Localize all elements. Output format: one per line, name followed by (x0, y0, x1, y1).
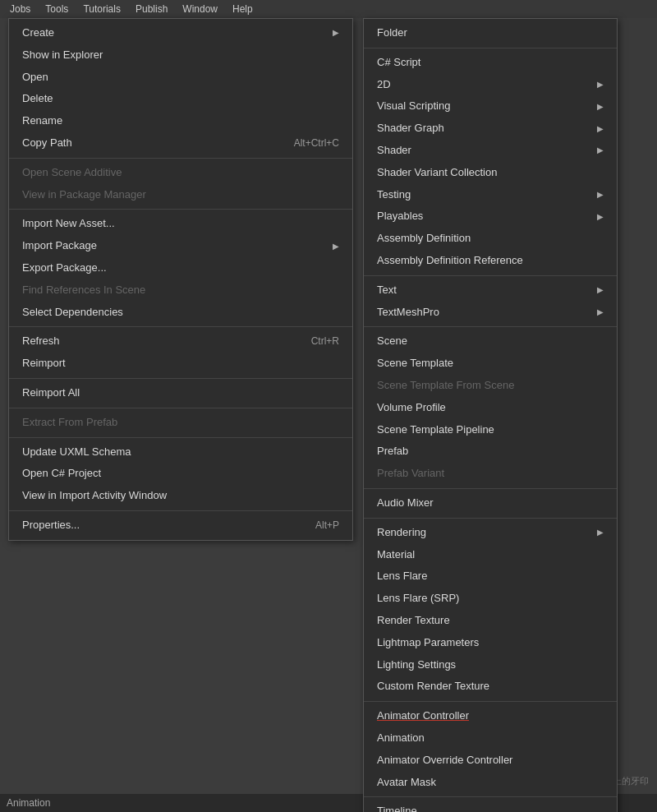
menu-item-visual-scripting-arrow: ▶ (597, 100, 604, 113)
menu-item-find-references-label: Find References In Scene (22, 282, 145, 299)
menu-item-import-new-asset[interactable]: Import New Asset... (9, 213, 352, 235)
menu-item-scene-label: Scene (377, 333, 407, 350)
menu-item-material[interactable]: Material (364, 544, 617, 566)
menu-item-text[interactable]: Text ▶ (364, 279, 617, 302)
menu-item-textmeshpro-label: TextMeshPro (377, 304, 439, 321)
menu-item-2d[interactable]: 2D ▶ (364, 74, 617, 96)
menu-item-reimport-label: Reimport (22, 355, 66, 372)
menu-item-csharp-script[interactable]: C# Script (364, 52, 617, 74)
menu-item-assembly-definition-reference[interactable]: Assembly Definition Reference (364, 250, 617, 272)
menu-item-lightmap-parameters[interactable]: Lightmap Parameters (364, 632, 617, 654)
menu-item-playables-label: Playables (377, 208, 423, 225)
menu-item-rendering[interactable]: Rendering ▶ (364, 522, 617, 544)
menu-item-avatar-mask[interactable]: Avatar Mask (364, 772, 617, 794)
menu-item-view-package-manager-label: View in Package Manager (22, 187, 146, 204)
menu-item-open-scene-additive: Open Scene Additive (9, 162, 352, 184)
menu-item-import-package-label: Import Package (22, 238, 97, 255)
separator-5 (9, 408, 352, 408)
menu-item-folder-label: Folder (377, 25, 407, 42)
menu-item-animator-override-controller[interactable]: Animator Override Controller (364, 750, 617, 772)
menu-item-show-in-explorer[interactable]: Show in Explorer (9, 44, 352, 67)
menu-item-delete[interactable]: Delete (9, 88, 352, 110)
menu-item-scene-template-pipeline[interactable]: Scene Template Pipeline (364, 419, 617, 441)
menu-item-prefab-label: Prefab (377, 443, 408, 460)
menu-item-shader-label: Shader (377, 142, 411, 159)
menu-item-scene-template-pipeline-label: Scene Template Pipeline (377, 422, 494, 439)
menu-item-properties[interactable]: Properties... Alt+P (9, 514, 352, 537)
bottom-bar-text: Animation (7, 797, 50, 809)
rsep-2 (364, 275, 617, 276)
menu-item-scene[interactable]: Scene (364, 330, 617, 353)
menu-item-custom-render-texture[interactable]: Custom Render Texture (364, 676, 617, 698)
menu-item-render-texture[interactable]: Render Texture (364, 610, 617, 632)
menu-item-reimport-all-label: Reimport All (22, 385, 80, 402)
menu-item-lens-flare[interactable]: Lens Flare (364, 565, 617, 588)
menu-item-testing[interactable]: Testing ▶ (364, 184, 617, 206)
menu-item-shader-graph[interactable]: Shader Graph ▶ (364, 118, 617, 140)
menu-item-shader[interactable]: Shader ▶ (364, 140, 617, 162)
menu-item-update-uxml-schema[interactable]: Update UXML Schema (9, 441, 352, 464)
menu-item-visual-scripting[interactable]: Visual Scripting ▶ (364, 95, 617, 118)
menubar-publish[interactable]: Publish (129, 2, 174, 16)
menu-item-reimport[interactable]: Reimport (9, 353, 352, 375)
menu-item-csharp-script-label: C# Script (377, 54, 420, 72)
menu-item-timeline[interactable]: Timeline (364, 800, 617, 812)
menu-item-export-package-label: Export Package... (22, 260, 107, 277)
menu-item-textmeshpro[interactable]: TextMeshPro ▶ (364, 302, 617, 324)
menu-item-reimport-all[interactable]: Reimport All (9, 382, 352, 404)
menu-item-scene-template-from-scene: Scene Template From Scene (364, 375, 617, 397)
menu-item-refresh[interactable]: Refresh Ctrl+R (9, 330, 352, 353)
menu-item-lens-flare-srp-label: Lens Flare (SRP) (377, 590, 459, 607)
menu-item-audio-mixer[interactable]: Audio Mixer (364, 492, 617, 514)
menu-item-refresh-shortcut: Ctrl+R (311, 334, 339, 349)
menu-item-volume-profile[interactable]: Volume Profile (364, 397, 617, 419)
menu-bar: Jobs Tools Tutorials Publish Window Help (0, 0, 657, 18)
rsep-7 (364, 796, 617, 797)
menu-item-animator-controller[interactable]: Animator Controller (364, 705, 617, 727)
menu-item-open[interactable]: Open (9, 67, 352, 89)
menu-item-textmeshpro-arrow: ▶ (597, 306, 604, 319)
menu-item-extract-from-prefab-label: Extract From Prefab (22, 414, 117, 431)
menubar-jobs[interactable]: Jobs (3, 2, 37, 16)
menu-item-export-package[interactable]: Export Package... (9, 257, 352, 279)
menu-item-prefab[interactable]: Prefab (364, 441, 617, 463)
context-menu-left: Create ▶ Show in Explorer Open Delete Re… (8, 18, 353, 541)
menu-item-select-dependencies-label: Select Dependencies (22, 304, 123, 321)
rsep-3 (364, 326, 617, 327)
menu-item-assembly-definition[interactable]: Assembly Definition (364, 228, 617, 250)
menu-item-shader-variant-collection[interactable]: Shader Variant Collection (364, 162, 617, 184)
menu-item-visual-scripting-label: Visual Scripting (377, 98, 450, 115)
menu-item-rename[interactable]: Rename (9, 110, 352, 132)
menu-item-open-scene-additive-label: Open Scene Additive (22, 164, 122, 182)
menu-item-animation[interactable]: Animation (364, 727, 617, 750)
menu-item-playables[interactable]: Playables ▶ (364, 205, 617, 228)
menu-item-open-csharp-project-label: Open C# Project (22, 465, 101, 482)
menu-item-create-label: Create (22, 25, 54, 42)
menu-item-scene-template[interactable]: Scene Template (364, 353, 617, 375)
menu-item-import-package[interactable]: Import Package ▶ (9, 235, 352, 257)
menu-item-create[interactable]: Create ▶ (9, 22, 352, 44)
menu-item-view-import-activity[interactable]: View in Import Activity Window (9, 485, 352, 507)
menubar-tools[interactable]: Tools (39, 2, 75, 16)
menu-item-folder[interactable]: Folder (364, 22, 617, 44)
menu-item-volume-profile-label: Volume Profile (377, 399, 446, 417)
rsep-1 (364, 48, 617, 48)
menu-item-lighting-settings[interactable]: Lighting Settings (364, 654, 617, 676)
menu-item-shader-graph-arrow: ▶ (597, 122, 604, 136)
menu-item-copy-path-label: Copy Path (22, 135, 72, 152)
menu-item-view-import-activity-label: View in Import Activity Window (22, 487, 167, 505)
context-menu-right: Folder C# Script 2D ▶ Visual Scripting ▶… (363, 18, 618, 812)
menubar-help[interactable]: Help (226, 2, 260, 16)
menu-item-refresh-label: Refresh (22, 333, 60, 350)
menubar-tutorials[interactable]: Tutorials (76, 2, 127, 16)
menu-item-select-dependencies[interactable]: Select Dependencies (9, 302, 352, 324)
menu-item-copy-path[interactable]: Copy Path Alt+Ctrl+C (9, 132, 352, 155)
menubar-window[interactable]: Window (176, 2, 224, 16)
menu-item-playables-arrow: ▶ (597, 210, 604, 224)
menu-item-rendering-arrow: ▶ (597, 526, 604, 539)
menu-item-open-csharp-project[interactable]: Open C# Project (9, 463, 352, 485)
rsep-4 (364, 488, 617, 489)
menu-item-animator-controller-label: Animator Controller (377, 708, 469, 725)
menu-item-import-package-arrow: ▶ (333, 240, 339, 253)
menu-item-lens-flare-srp[interactable]: Lens Flare (SRP) (364, 588, 617, 610)
